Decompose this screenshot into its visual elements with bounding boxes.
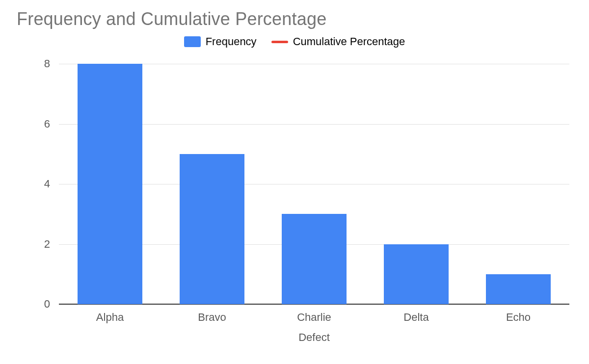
- legend: Frequency Cumulative Percentage: [0, 35, 589, 48]
- legend-label-cumulative: Cumulative Percentage: [293, 35, 405, 48]
- y-tick-label: 0: [44, 298, 59, 311]
- legend-swatch-bar: [184, 36, 201, 47]
- legend-label-frequency: Frequency: [206, 35, 257, 48]
- x-tick-label: Alpha: [96, 304, 124, 324]
- legend-swatch-line: [271, 41, 288, 43]
- plot-area: 0 2 4 6 8 Alpha Bravo Charlie Delta Echo…: [59, 64, 569, 304]
- x-axis-label: Defect: [298, 304, 330, 344]
- legend-item-frequency[interactable]: Frequency: [184, 35, 257, 48]
- x-tick-label: Echo: [506, 304, 531, 324]
- chart-container: Frequency and Cumulative Percentage Freq…: [0, 0, 589, 364]
- y-tick-label: 6: [44, 118, 59, 130]
- x-tick-label: Delta: [403, 304, 428, 324]
- y-tick-label: 2: [44, 238, 59, 251]
- x-tick-label: Bravo: [198, 304, 226, 324]
- legend-item-cumulative[interactable]: Cumulative Percentage: [271, 35, 405, 48]
- y-tick-label: 4: [44, 178, 59, 190]
- chart-title: Frequency and Cumulative Percentage: [17, 9, 326, 29]
- y-tick-label: 8: [44, 57, 59, 70]
